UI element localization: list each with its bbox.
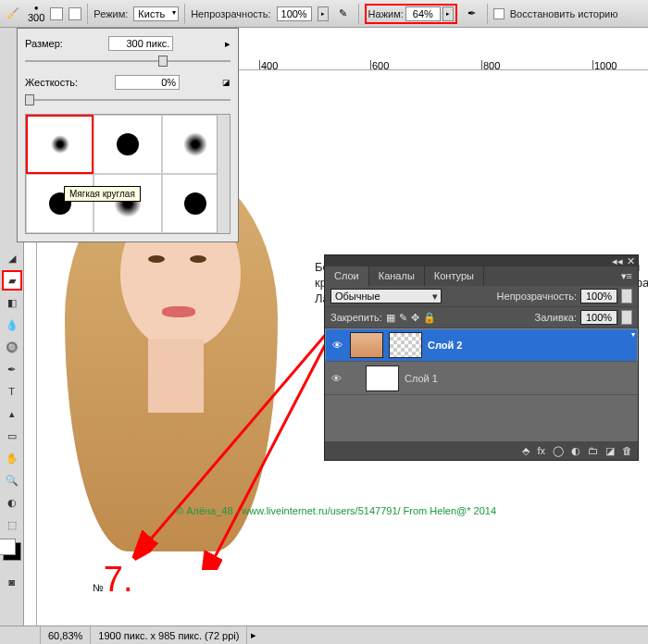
collapse-icon[interactable]: ◂◂ xyxy=(612,255,623,267)
airbrush-icon[interactable]: ✒ xyxy=(463,5,481,23)
new-layer-icon[interactable]: ◪ xyxy=(605,445,615,457)
layers-list: 👁 Слой 2 👁 Слой 1 xyxy=(325,328,638,441)
flow-input[interactable]: 64% xyxy=(405,6,441,21)
layers-empty-area xyxy=(325,395,638,441)
preset-soft-round[interactable] xyxy=(26,115,93,174)
visibility-icon[interactable]: 👁 xyxy=(330,338,344,353)
quickmask-icon[interactable]: ◙ xyxy=(2,572,22,592)
layers-panel: ◂◂ ✕ Слои Каналы Контуры ▾≡ Обычные Непр… xyxy=(324,254,639,461)
size-slider[interactable] xyxy=(25,55,231,68)
brush-preset-panel: Размер: 300 пикс. ▸ Жесткость: 0% ◪ Мягк… xyxy=(17,28,239,242)
panel-toggle-icon[interactable] xyxy=(69,7,81,20)
color-swatches[interactable] xyxy=(3,542,21,561)
status-bar: 60,83% 1900 пикс. x 985 пикс. (72 ppi) ▸ xyxy=(0,625,648,644)
layers-footer: ⬘ fx ◯ ◐ 🗀 ◪ 🗑 xyxy=(325,441,638,460)
dodge-tool-icon[interactable]: 🔘 xyxy=(2,337,22,357)
shape-tool-icon[interactable]: ▭ xyxy=(2,426,22,446)
lock-pixels-icon[interactable]: ✎ xyxy=(399,312,407,324)
layer-opacity-label: Непрозрачность: xyxy=(497,291,577,302)
layer-1-name[interactable]: Слой 1 xyxy=(405,373,438,384)
preset-hard-round[interactable] xyxy=(93,115,161,174)
type-tool-icon[interactable]: T xyxy=(2,381,22,402)
hardness-slider[interactable] xyxy=(25,93,231,106)
opacity-label: Непрозрачность: xyxy=(191,8,270,19)
link-layers-icon[interactable]: ⬘ xyxy=(522,445,530,457)
adjustment-icon[interactable]: ◐ xyxy=(571,445,580,457)
delete-layer-icon[interactable]: 🗑 xyxy=(622,445,632,456)
zoom-tool-icon[interactable]: 🔍 xyxy=(2,470,22,490)
svg-line-1 xyxy=(213,320,338,561)
layers-panel-header: ◂◂ ✕ xyxy=(325,255,638,266)
brush-presets-grid xyxy=(25,114,231,234)
woman-eye-right xyxy=(190,255,206,263)
layer-2-thumb xyxy=(350,332,383,358)
eraser-tool-button[interactable]: ▰ xyxy=(2,270,22,291)
tool-above-1[interactable]: ◢ xyxy=(2,248,22,268)
extra-tool-2[interactable]: ⬚ xyxy=(2,514,22,535)
status-arrow-icon[interactable]: ▸ xyxy=(247,629,260,641)
opacity-input[interactable]: 100% xyxy=(277,6,312,21)
woman-eye-left xyxy=(148,255,165,263)
extra-tool-1[interactable]: ◐ xyxy=(2,492,22,513)
hardness-label: Жесткость: xyxy=(25,77,78,88)
fill-label: Заливка: xyxy=(535,312,577,323)
tablet-pressure-opacity-icon[interactable]: ✎ xyxy=(334,5,353,23)
presets-scrollbar[interactable] xyxy=(217,115,230,233)
close-panel-icon[interactable]: ✕ xyxy=(627,255,635,267)
visibility-icon[interactable]: 👁 xyxy=(329,371,343,386)
flow-highlight: Нажим: 64% ▸ xyxy=(365,4,457,24)
layer-2-name[interactable]: Слой 2 xyxy=(428,340,462,351)
eraser-tool-icon: 🧹 xyxy=(4,5,22,23)
erase-history-label: Восстановить историю xyxy=(510,8,618,19)
flyout-icon[interactable]: ▸ xyxy=(225,38,231,50)
size-label: Размер: xyxy=(25,38,63,49)
group-icon[interactable]: 🗀 xyxy=(588,445,598,456)
fill-input[interactable]: 100% xyxy=(580,310,617,325)
layer-2-mask xyxy=(389,332,422,358)
opacity-arrow-icon[interactable]: ▸ xyxy=(318,6,329,21)
tab-layers[interactable]: Слои xyxy=(325,266,369,286)
path-select-icon[interactable]: ▴ xyxy=(2,403,22,424)
mode-label: Режим: xyxy=(93,8,128,19)
brush-size-display[interactable]: ●300 xyxy=(28,4,44,23)
gradient-tool-icon[interactable]: ◧ xyxy=(2,292,22,313)
size-input[interactable]: 300 пикс. xyxy=(108,36,173,51)
layer-1-row[interactable]: 👁 Слой 1 xyxy=(325,362,638,395)
blend-mode-select[interactable]: Обычные xyxy=(330,289,442,303)
hardness-input[interactable]: 0% xyxy=(115,75,180,90)
layer-1-thumb xyxy=(366,365,399,391)
lock-all-icon[interactable]: 🔒 xyxy=(423,312,436,324)
watermark: © Алёна_48 - www.liveinternet.ru/users/5… xyxy=(176,505,496,516)
step-number: №7. xyxy=(93,560,133,600)
layers-tabs: Слои Каналы Контуры ▾≡ xyxy=(325,266,638,286)
preset-hard-round-2[interactable] xyxy=(26,174,93,233)
brush-preset-dropdown-icon[interactable] xyxy=(50,7,63,20)
mask-icon[interactable]: ◯ xyxy=(553,445,564,457)
mode-select[interactable]: Кисть xyxy=(133,6,179,21)
flow-label: Нажим: xyxy=(368,8,404,19)
blur-tool-icon[interactable]: 💧 xyxy=(2,315,22,335)
fx-icon[interactable]: fx xyxy=(537,445,545,456)
options-bar: 🧹 ●300 Режим: Кисть Непрозрачность: 100%… xyxy=(0,0,648,28)
lock-position-icon[interactable]: ✥ xyxy=(411,312,419,324)
layer-opacity-input[interactable]: 100% xyxy=(580,289,617,303)
hand-tool-icon[interactable]: ✋ xyxy=(2,448,22,468)
lock-label: Закрепить: xyxy=(330,312,382,323)
preset-soft-round-3[interactable] xyxy=(93,174,161,233)
new-preset-icon[interactable]: ◪ xyxy=(222,78,231,87)
zoom-level[interactable]: 60,83% xyxy=(41,626,91,644)
panel-menu-icon[interactable]: ▾≡ xyxy=(616,266,638,286)
brush-tooltip: Мягкая круглая xyxy=(64,186,141,202)
lock-transparent-icon[interactable]: ▦ xyxy=(386,312,395,324)
doc-dimensions: 1900 пикс. x 985 пикс. (72 ppi) xyxy=(91,626,247,644)
pen-tool-icon[interactable]: ✒ xyxy=(2,359,22,379)
layer-opacity-arrow[interactable]: ▸ xyxy=(621,289,632,303)
tab-paths[interactable]: Контуры xyxy=(425,266,484,286)
tab-channels[interactable]: Каналы xyxy=(369,266,425,286)
erase-history-checkbox[interactable] xyxy=(493,8,505,19)
layer-2-row[interactable]: 👁 Слой 2 xyxy=(325,328,638,362)
flow-arrow-icon[interactable]: ▸ xyxy=(442,6,454,21)
fill-arrow[interactable]: ▸ xyxy=(621,310,632,325)
